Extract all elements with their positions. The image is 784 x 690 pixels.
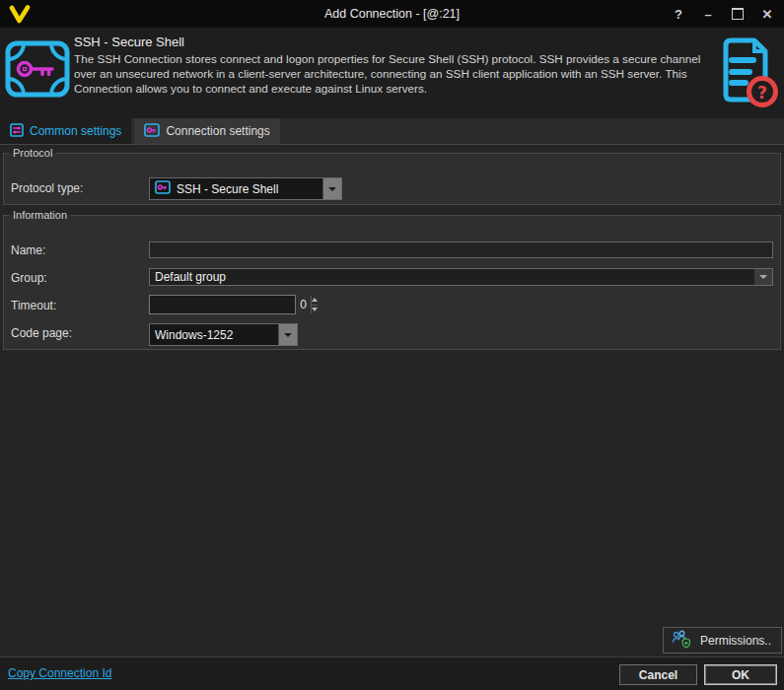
- ssh-key-mini-icon: [155, 180, 171, 197]
- group-dropdown[interactable]: Default group: [149, 268, 773, 286]
- maximize-icon[interactable]: [723, 0, 752, 28]
- svg-text:?: ?: [757, 83, 767, 103]
- codepage-label: Code page:: [11, 326, 72, 340]
- timeout-input[interactable]: [150, 296, 311, 313]
- close-icon[interactable]: ✕: [752, 0, 782, 28]
- codepage-value: Windows-1252: [155, 328, 233, 342]
- dialog-header: SSH - Secure Shell The SSH Connection st…: [0, 28, 784, 118]
- help-icon[interactable]: ?: [664, 0, 693, 28]
- add-connection-dialog: Add Connection - [@:21] ? – ✕ SSH - Secu…: [0, 0, 784, 690]
- copy-connection-id-link[interactable]: Copy Connection Id: [8, 666, 111, 680]
- connection-description: The SSH Connection stores connect and lo…: [74, 52, 713, 97]
- timeout-label: Timeout:: [11, 299, 56, 312]
- dropdown-arrow-icon[interactable]: [278, 324, 297, 345]
- dropdown-arrow-icon[interactable]: [322, 178, 341, 199]
- tab-label: Common settings: [30, 124, 121, 138]
- sliders-icon: [10, 123, 24, 140]
- protocol-type-value: SSH - Secure Shell: [177, 182, 278, 196]
- protocol-type-label: Protocol type:: [11, 181, 83, 195]
- tab-common-settings[interactable]: Common settings: [0, 118, 131, 144]
- connection-type-title: SSH - Secure Shell: [74, 34, 713, 49]
- bottom-bar: Copy Connection Id Cancel OK: [0, 656, 784, 690]
- timeout-spinner: [149, 295, 296, 314]
- tab-label: Connection settings: [166, 124, 269, 138]
- tab-connection-settings[interactable]: Connection settings: [134, 118, 279, 144]
- header-text: SSH - Secure Shell The SSH Connection st…: [74, 34, 713, 97]
- name-label: Name:: [11, 243, 45, 257]
- name-input[interactable]: [149, 242, 773, 258]
- ssh-key-icon: [5, 40, 70, 101]
- title-bar: Add Connection - [@:21] ? – ✕: [0, 0, 784, 28]
- protocol-groupbox: Protocol Protocol type: SSH - Secure She…: [3, 147, 781, 205]
- information-groupbox: Information Name: Group: Default group T…: [3, 209, 781, 350]
- spinner-up-icon[interactable]: [312, 296, 318, 306]
- protocol-type-dropdown[interactable]: SSH - Secure Shell: [149, 177, 342, 200]
- protocol-legend: Protocol: [9, 147, 56, 159]
- ok-button[interactable]: OK: [704, 664, 777, 685]
- codepage-dropdown[interactable]: Windows-1252: [149, 323, 298, 346]
- permissions-users-shield-icon: [672, 630, 692, 652]
- spinner-down-icon[interactable]: [312, 306, 318, 314]
- group-label: Group:: [11, 271, 47, 285]
- window-controls: ? – ✕: [664, 0, 782, 28]
- information-legend: Information: [9, 209, 71, 221]
- group-value: Default group: [155, 270, 226, 284]
- cancel-button[interactable]: Cancel: [619, 664, 697, 685]
- permissions-label: Permissions..: [700, 634, 771, 648]
- dropdown-arrow-icon[interactable]: [754, 269, 772, 285]
- settings-tabbar: Common settings Connection settings: [0, 118, 784, 145]
- permissions-button[interactable]: Permissions..: [663, 627, 782, 654]
- ssh-key-mini-icon: [144, 123, 160, 140]
- document-question-icon: ?: [717, 34, 780, 114]
- minimize-icon[interactable]: –: [693, 0, 723, 28]
